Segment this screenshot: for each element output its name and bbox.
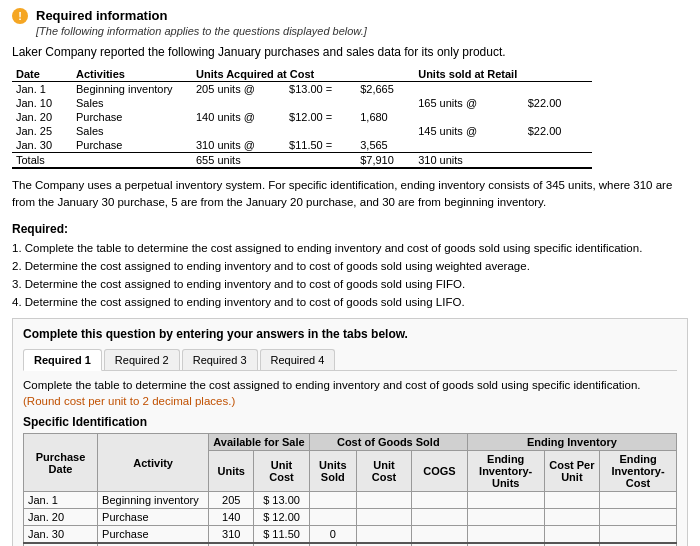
inv-row3-unit-cost: $ 11.50 xyxy=(254,526,310,544)
inv-row2-units: 140 xyxy=(209,509,254,526)
col-avail-unit-cost: Unit Cost xyxy=(254,451,310,492)
end-cost-input-1[interactable] xyxy=(604,494,672,506)
col-ending-inv-cost: Ending Inventory- Cost xyxy=(600,451,677,492)
inv-row2-units-sold-input[interactable] xyxy=(309,509,356,526)
row4-units-acq xyxy=(192,124,285,138)
end-units-input-3[interactable] xyxy=(472,528,540,540)
cost-per-unit-input-2[interactable] xyxy=(549,511,596,523)
row3-activity: Purchase xyxy=(72,110,192,124)
inv-row3-end-cost-input[interactable] xyxy=(600,526,677,544)
row5-amount: 3,565 xyxy=(356,138,414,153)
inv-row1-cogs-input[interactable] xyxy=(412,492,468,509)
totals-activity xyxy=(72,153,192,169)
units-sold-input-1[interactable] xyxy=(314,494,352,506)
tab-required-1[interactable]: Required 1 xyxy=(23,349,102,371)
inv-row1-end-units-input[interactable] xyxy=(467,492,544,509)
inv-row3-cost-per-unit-input[interactable] xyxy=(544,526,600,544)
row2-units-acq xyxy=(192,96,285,110)
col-date: Date xyxy=(12,67,72,82)
tab-content-orange: (Round cost per unit to 2 decimal places… xyxy=(23,395,235,407)
row1-units-acq: 205 units @ xyxy=(192,82,285,97)
cost-per-unit-input-1[interactable] xyxy=(549,494,596,506)
row4-units-sold: 145 units @ xyxy=(414,124,524,138)
row4-amount xyxy=(356,124,414,138)
inv-row1-cogs-unit-cost-input[interactable] xyxy=(356,492,412,509)
cogs-input-2[interactable] xyxy=(416,511,463,523)
row2-amount xyxy=(356,96,414,110)
end-cost-input-2[interactable] xyxy=(604,511,672,523)
tab-required-2[interactable]: Required 2 xyxy=(104,349,180,370)
end-cost-input-3[interactable] xyxy=(604,528,672,540)
data-table: Date Activities Units Acquired at Cost U… xyxy=(12,67,592,169)
col-units-sold: Units sold at Retail xyxy=(414,67,592,82)
row1-retail xyxy=(524,82,592,97)
row2-cost xyxy=(285,96,356,110)
inv-row2-activity: Purchase xyxy=(98,509,209,526)
inv-row2-cogs-unit-cost-input[interactable] xyxy=(356,509,412,526)
cogs-input-1[interactable] xyxy=(416,494,463,506)
col-purchase-date: Purchase Date xyxy=(24,434,98,492)
required-item-2: 2. Determine the cost assigned to ending… xyxy=(12,258,688,274)
row1-activity: Beginning inventory xyxy=(72,82,192,97)
cogs-header: Cost of Goods Sold xyxy=(309,434,467,451)
end-units-input-1[interactable] xyxy=(472,494,540,506)
required-item-4: 4. Determine the cost assigned to ending… xyxy=(12,294,688,310)
row3-retail xyxy=(524,110,592,124)
inv-row3-cogs-unit-cost-input[interactable] xyxy=(356,526,412,544)
col-cost-per-unit: Cost Per Unit xyxy=(544,451,600,492)
row5-activity: Purchase xyxy=(72,138,192,153)
inv-row1-activity: Beginning inventory xyxy=(98,492,209,509)
required-item-1: 1. Complete the table to determine the c… xyxy=(12,240,688,256)
cogs-input-3[interactable] xyxy=(416,528,463,540)
end-units-input-2[interactable] xyxy=(472,511,540,523)
tab-content-text: Complete the table to determine the cost… xyxy=(23,377,677,409)
cost-per-unit-input-3[interactable] xyxy=(549,528,596,540)
cogs-unit-cost-input-2[interactable] xyxy=(361,511,408,523)
row2-activity: Sales xyxy=(72,96,192,110)
inv-row3-activity: Purchase xyxy=(98,526,209,544)
units-sold-input-2[interactable] xyxy=(314,511,352,523)
warning-icon: ! xyxy=(12,8,28,24)
units-sold-input-3[interactable] xyxy=(314,528,352,540)
inv-row3-units: 310 xyxy=(209,526,254,544)
totals-amount: $7,910 xyxy=(356,153,414,169)
cogs-unit-cost-input-1[interactable] xyxy=(361,494,408,506)
tab-required-4[interactable]: Required 4 xyxy=(260,349,336,370)
row2-retail: $22.00 xyxy=(524,96,592,110)
inv-row2-end-cost-input[interactable] xyxy=(600,509,677,526)
row3-cost: $12.00 = xyxy=(285,110,356,124)
tab-required-3[interactable]: Required 3 xyxy=(182,349,258,370)
inv-row2-cost-per-unit-input[interactable] xyxy=(544,509,600,526)
inv-row1-units-sold-input[interactable] xyxy=(309,492,356,509)
inv-row2-unit-cost: $ 12.00 xyxy=(254,509,310,526)
row4-cost xyxy=(285,124,356,138)
inv-row1-end-cost-input[interactable] xyxy=(600,492,677,509)
ending-inventory-header: Ending Inventory xyxy=(467,434,676,451)
row2-date: Jan. 10 xyxy=(12,96,72,110)
row3-date: Jan. 20 xyxy=(12,110,72,124)
section-subtitle: [The following information applies to th… xyxy=(36,25,367,37)
row5-units-acq: 310 units @ xyxy=(192,138,285,153)
inv-row3-cogs-input[interactable] xyxy=(412,526,468,544)
totals-units-acq: 655 units xyxy=(192,153,285,169)
inv-row2-end-units-input[interactable] xyxy=(467,509,544,526)
totals-retail xyxy=(524,153,592,169)
cogs-unit-cost-input-3[interactable] xyxy=(361,528,408,540)
inv-row1-units: 205 xyxy=(209,492,254,509)
row3-amount: 1,680 xyxy=(356,110,414,124)
inv-row2-cogs-input[interactable] xyxy=(412,509,468,526)
col-cogs-unit-cost: Unit Cost xyxy=(356,451,412,492)
inv-row3-units-sold-input[interactable] xyxy=(309,526,356,544)
required-section: Required: 1. Complete the table to deter… xyxy=(12,222,688,310)
inv-row-jan20: Jan. 20 Purchase 140 $ 12.00 xyxy=(24,509,677,526)
inv-row3-end-units-input[interactable] xyxy=(467,526,544,544)
row1-cost: $13.00 = xyxy=(285,82,356,97)
section-header: Required information xyxy=(36,8,367,23)
col-units-sold: Units Sold xyxy=(309,451,356,492)
row2-units-sold: 165 units @ xyxy=(414,96,524,110)
totals-cost xyxy=(285,153,356,169)
inv-row1-cost-per-unit-input[interactable] xyxy=(544,492,600,509)
row5-date: Jan. 30 xyxy=(12,138,72,153)
intro-text: Laker Company reported the following Jan… xyxy=(12,45,688,59)
row4-date: Jan. 25 xyxy=(12,124,72,138)
